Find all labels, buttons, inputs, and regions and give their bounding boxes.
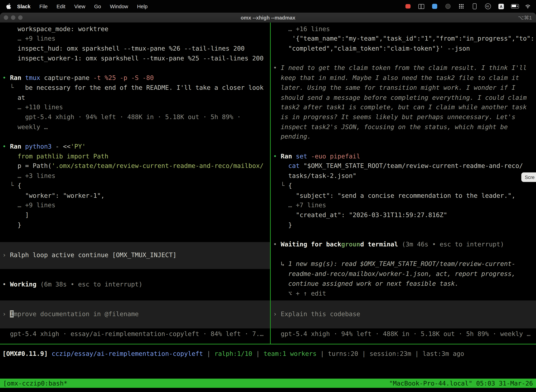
right-pane-line: task2 after task1 is complete, but can I… <box>273 103 527 112</box>
left-pane-line: … +110 lines <box>2 103 63 112</box>
right-pane-line: … +7 lines <box>273 201 326 210</box>
chevron-icon: › <box>2 310 10 317</box>
text-segment: Waiting for back <box>281 241 341 248</box>
right-pane-line: "subject": "send a concise recommendatio… <box>273 191 515 201</box>
menu-bar-left: Slack File Edit View Go Window Help <box>0 3 148 9</box>
menu-file[interactable]: File <box>39 3 48 9</box>
right-pane-line: • Ran set -euo pipefail <box>273 151 360 161</box>
left-pane-line: "worker": "worker-1", <box>2 191 105 201</box>
text-segment: … +9 lines <box>2 35 55 42</box>
text-segment: team:1 workers <box>263 350 316 357</box>
text-segment: inspect task2's JSON, focusing on the st… <box>273 123 508 130</box>
left-pane-line: … +9 lines <box>2 201 55 210</box>
text-segment: • <box>2 74 10 81</box>
text-segment <box>2 152 18 160</box>
left-pane-line: inspect_hud: omx sparkshell --tmux-pane … <box>2 44 245 54</box>
text-segment: is in progress? It seems likely but perh… <box>273 113 515 121</box>
zoom-button[interactable] <box>18 15 23 20</box>
tmux-status-bar: [omx-cczip0:bash* "MacBook-Pro-44.local"… <box>0 379 536 388</box>
tmux-session-label: [omx-cczip0:bash* <box>3 380 67 387</box>
text-segment: } <box>273 221 292 228</box>
left-pane-line: └ be necessary for the end of the README… <box>2 83 263 93</box>
menu-bar-status-icons: 61 A <box>404 3 536 10</box>
left-pane[interactable]: › Ralph loop active continue [OMX_TMUX_I… <box>0 23 270 344</box>
right-pane-line: keep that in mind. Maybe I also need the… <box>273 73 519 83</box>
right-pane-line: pending. <box>273 132 311 142</box>
text-segment: (3m 46s • esc to interrupt) <box>398 241 504 248</box>
window-manager-icon[interactable] <box>418 3 425 10</box>
text-segment: • <box>2 143 10 150</box>
right-pane[interactable]: › Explain this codebase gpt-5.4 xhigh · … <box>271 23 536 344</box>
left-pane-line: └ { <box>2 181 21 191</box>
wifi-icon[interactable] <box>524 3 531 10</box>
phone-mirroring-icon[interactable] <box>471 3 478 10</box>
text-segment: • <box>273 241 281 248</box>
blue-app-icon[interactable] <box>431 3 438 10</box>
menu-edit[interactable]: Edit <box>57 3 65 9</box>
right-pane-line: • Waiting for background terminal (3m 46… <box>273 240 504 250</box>
right-pane-line: … +16 lines <box>273 24 330 34</box>
text-segment: should send a message before completing … <box>273 94 527 101</box>
right-pane-line: • I need to get the claim token from the… <box>273 63 527 73</box>
text-segment: last:3m ago <box>423 350 464 357</box>
terminal-content[interactable]: › Ralph loop active continue [OMX_TMUX_I… <box>0 23 536 392</box>
queued-message-bar[interactable]: › Ralph loop active continue [OMX_TMUX_I… <box>0 242 270 269</box>
model-status-line: gpt-5.4 xhigh · 94% left · 488K in · 5.1… <box>273 329 531 339</box>
menu-bar: Slack File Edit View Go Window Help 61 A <box>0 0 536 13</box>
text-segment: cat <box>288 162 303 169</box>
screen-share-tooltip[interactable]: Scre <box>522 173 536 182</box>
text-segment: | <box>252 350 263 357</box>
app-menu-slack[interactable]: Slack <box>17 3 30 9</box>
menu-window[interactable]: Window <box>110 3 128 9</box>
left-pane-line: … +9 lines <box>2 34 55 44</box>
battery-icon[interactable] <box>511 3 518 10</box>
text-segment: | <box>316 350 328 357</box>
text-segment: cczip/essay/ai-reimplementation-copyleft <box>52 350 203 357</box>
text-segment: task2 after task1 is complete, but can I… <box>273 103 527 111</box>
text-segment: "worker": "worker-1", <box>2 191 105 199</box>
left-pane-line: workspace_mode: worktree <box>2 24 109 34</box>
text-segment: | <box>358 350 370 357</box>
dots-grid-icon[interactable] <box>458 3 464 10</box>
text-segment: ] <box>2 211 29 219</box>
text-segment: 'PY' <box>71 143 86 150</box>
right-pane-line: } <box>273 220 292 230</box>
text-segment: "$OMX_TEAM_STATE_ROOT/team/review-curren… <box>303 162 523 169</box>
traffic-lights <box>4 15 23 20</box>
text-segment: └ <box>273 182 288 189</box>
text-segment: ⌥ + ↑ edit <box>273 289 326 297</box>
composer-input[interactable]: › Improve documentation in @filename <box>0 300 270 328</box>
text-segment: … +3 lines <box>2 172 55 179</box>
apple-menu-icon[interactable] <box>6 3 11 9</box>
text-segment: - << <box>55 143 71 150</box>
input-source-icon[interactable]: A <box>498 3 505 10</box>
cpu-gauge-icon[interactable]: 61 <box>484 3 491 10</box>
text-segment: python3 <box>25 143 55 150</box>
menu-go[interactable]: Go <box>94 3 101 9</box>
text-segment: readme-and-reco/mailbox/worker-1.json, a… <box>273 270 515 277</box>
text-segment: I need to get the claim token from the c… <box>281 64 527 71</box>
bullet-icon: • <box>2 281 10 288</box>
omx-status-line: [OMX#0.11.9] cczip/essay/ai-reimplementa… <box>2 349 464 359</box>
menu-view[interactable]: View <box>74 3 85 9</box>
left-pane-line: inspect_worker-1: omx sparkshell --tmux-… <box>2 54 263 63</box>
dark-app-icon[interactable] <box>444 3 451 10</box>
model-status-line: gpt-5.4 xhigh · essay/ai-reimplementatio… <box>2 329 263 339</box>
text-cursor: I <box>10 310 14 317</box>
right-pane-line: inspect task2's JSON, focusing on the st… <box>273 122 508 132</box>
minimize-button[interactable] <box>11 15 15 20</box>
right-pane-line: ⌥ + ↑ edit <box>273 289 326 299</box>
close-button[interactable] <box>4 15 8 20</box>
text-segment: inspect_hud: omx sparkshell --tmux-pane … <box>2 45 245 52</box>
chevron-icon: › <box>273 310 281 317</box>
right-pane-line: tasks/task-2.json" <box>273 171 356 181</box>
left-pane-line: from pathlib import Path <box>2 151 109 161</box>
window-titlebar[interactable]: omx --xhigh --madmax ⌥⌘1 <box>0 13 536 23</box>
text-segment: capture-pane <box>44 74 93 81</box>
composer-input[interactable]: › Explain this codebase <box>271 300 536 328</box>
screen-recording-icon[interactable] <box>404 3 411 10</box>
text-segment: later. Using the same for transition mig… <box>273 84 515 91</box>
menu-help[interactable]: Help <box>137 3 148 9</box>
text-segment: gpt-5.4 xhigh · 94% left · 488K in · 5.1… <box>2 113 241 121</box>
text-segment: tmux <box>25 74 44 81</box>
